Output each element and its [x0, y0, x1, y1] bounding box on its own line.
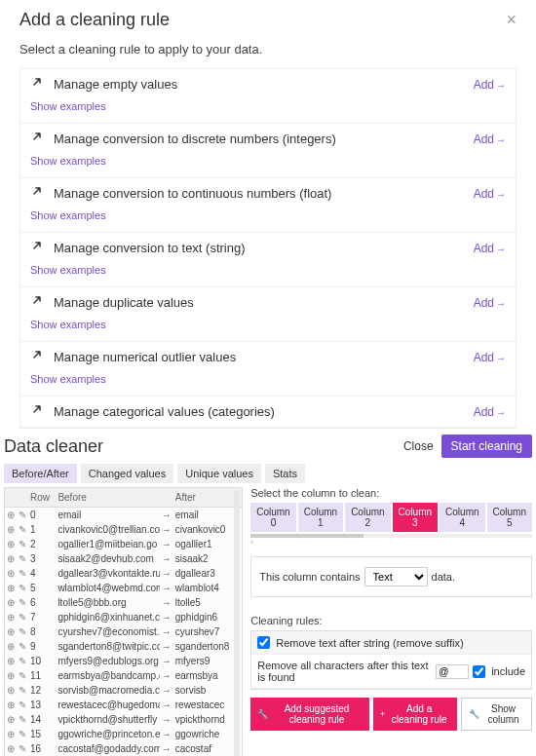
pencil-icon[interactable]: ✎ [17, 537, 28, 551]
row-number: 11 [28, 668, 56, 683]
pencil-icon[interactable]: ✎ [17, 741, 28, 756]
pencil-icon[interactable]: ✎ [17, 595, 28, 610]
magnify-icon[interactable]: ⊕ [5, 537, 17, 551]
tab-before-after[interactable]: Before/After [4, 464, 77, 483]
rule-head[interactable]: Manage duplicate valuesAdd→ [20, 287, 516, 318]
column-button-5[interactable]: Column 5 [487, 503, 532, 532]
scroll-hint[interactable]: ‹ [250, 538, 532, 547]
magnify-icon[interactable]: ⊕ [5, 683, 17, 698]
after-value: cacostaf [173, 741, 242, 756]
magnify-icon[interactable]: ⊕ [5, 639, 17, 654]
contains-type-select[interactable]: Text [364, 567, 428, 586]
pencil-icon[interactable]: ✎ [17, 551, 28, 566]
magnify-icon[interactable]: ⊕ [5, 698, 17, 712]
rule-add-link[interactable]: Add→ [474, 132, 506, 146]
expand-arrow-icon [30, 76, 44, 91]
before-value: earmsbya@bandcamp.com [56, 668, 159, 683]
row-number: 3 [28, 551, 56, 566]
before-value: email [56, 508, 159, 523]
table-row: ⊕✎0email→email [5, 508, 242, 523]
before-value: ggowriche@princeton.ed [56, 727, 159, 741]
include-checkbox[interactable] [473, 665, 485, 678]
rule-head[interactable]: Manage conversion to text (string)Add→ [20, 233, 516, 263]
rule-add-link[interactable]: Add→ [474, 351, 506, 364]
rule-remove-after-prefix: Remove all characters after this text is… [257, 660, 432, 683]
magnify-icon[interactable]: ⊕ [5, 668, 17, 683]
before-value: cacostaf@godaddy.com [56, 741, 159, 756]
pencil-icon[interactable]: ✎ [17, 522, 28, 537]
rule-title: Manage categorical values (categories) [54, 404, 474, 419]
before-after-table: Row Before After ⊕✎0email→email⊕✎1civank… [5, 488, 242, 756]
arrow-icon: → [160, 522, 173, 537]
rule-head[interactable]: Manage categorical values (categories)Ad… [20, 397, 516, 427]
magnify-icon[interactable]: ⊕ [5, 581, 17, 595]
rule-head[interactable]: Manage conversion to discrete numbers (i… [20, 124, 516, 154]
magnify-icon[interactable]: ⊕ [5, 566, 17, 581]
add-suggested-rule-button[interactable]: 🔧 Add suggested cleaning rule [250, 698, 369, 731]
pencil-icon[interactable]: ✎ [17, 668, 28, 683]
add-rule-button[interactable]: + Add a cleaning rule [373, 698, 457, 731]
rule-add-link[interactable]: Add→ [474, 187, 506, 201]
after-value: dgallear3 [173, 566, 242, 581]
row-number: 6 [28, 595, 56, 610]
column-button-1[interactable]: Column 1 [298, 503, 343, 532]
rule-add-link[interactable]: Add→ [474, 78, 506, 92]
show-examples-link[interactable]: Show examples [30, 319, 106, 330]
pencil-icon[interactable]: ✎ [17, 610, 28, 624]
show-examples-link[interactable]: Show examples [30, 264, 106, 276]
pencil-icon[interactable]: ✎ [17, 727, 28, 741]
magnify-icon[interactable]: ⊕ [5, 727, 17, 741]
arrow-icon: → [160, 624, 173, 639]
pencil-icon[interactable]: ✎ [17, 712, 28, 727]
start-cleaning-button[interactable]: Start cleaning [441, 435, 532, 458]
column-button-0[interactable]: Column 0 [250, 503, 295, 532]
magnify-icon[interactable]: ⊕ [5, 741, 17, 756]
pencil-icon[interactable]: ✎ [17, 624, 28, 639]
rule-add-link[interactable]: Add→ [474, 405, 506, 419]
column-scroll[interactable] [250, 534, 532, 538]
rule-head[interactable]: Manage empty valuesAdd→ [20, 69, 516, 99]
dialog-subtitle: Select a cleaning rule to apply to your … [19, 42, 517, 57]
rule-title: Manage conversion to discrete numbers (i… [54, 132, 474, 146]
before-value: ogallier1@miitbeian.go [56, 537, 159, 551]
magnify-icon[interactable]: ⊕ [5, 654, 17, 668]
show-examples-link[interactable]: Show examples [30, 209, 106, 221]
magnify-icon[interactable]: ⊕ [5, 522, 17, 537]
pencil-icon[interactable]: ✎ [17, 654, 28, 668]
rule-head[interactable]: Manage conversion to continuous numbers … [20, 178, 516, 208]
rule-remove-suffix-checkbox[interactable] [257, 636, 270, 649]
pencil-icon[interactable]: ✎ [17, 508, 28, 523]
column-button-4[interactable]: Column 4 [440, 503, 484, 532]
tab-changed-values[interactable]: Changed values [81, 464, 174, 483]
column-button-2[interactable]: Column 2 [345, 503, 390, 532]
pencil-icon[interactable]: ✎ [17, 639, 28, 654]
close-icon[interactable]: × [506, 10, 517, 30]
arrow-icon: → [160, 639, 173, 654]
before-value: cyurshev7@economist.co [56, 624, 159, 639]
show-column-button[interactable]: 🔧 Show column [461, 698, 532, 731]
rule-head[interactable]: Manage numerical outlier valuesAdd→ [20, 342, 516, 372]
magnify-icon[interactable]: ⊕ [5, 712, 17, 727]
pencil-icon[interactable]: ✎ [17, 581, 28, 595]
remove-after-input[interactable] [436, 664, 469, 679]
magnify-icon[interactable]: ⊕ [5, 595, 17, 610]
rule-title: Manage conversion to continuous numbers … [54, 186, 474, 201]
magnify-icon[interactable]: ⊕ [5, 610, 17, 624]
pencil-icon[interactable]: ✎ [17, 698, 28, 712]
pencil-icon[interactable]: ✎ [17, 683, 28, 698]
pencil-icon[interactable]: ✎ [17, 566, 28, 581]
rule-add-link[interactable]: Add→ [474, 296, 506, 310]
show-examples-link[interactable]: Show examples [30, 373, 106, 385]
magnify-icon[interactable]: ⊕ [5, 551, 17, 566]
show-examples-link[interactable]: Show examples [30, 155, 106, 167]
magnify-icon[interactable]: ⊕ [5, 508, 17, 523]
table-row: ⊕✎7gphidgin6@xinhuanet.co→gphidgin6 [5, 610, 242, 624]
tab-stats[interactable]: Stats [265, 464, 305, 483]
rule-add-link[interactable]: Add→ [474, 242, 506, 255]
table-row: ⊕✎3sisaak2@devhub.com→sisaak2 [5, 551, 242, 566]
magnify-icon[interactable]: ⊕ [5, 624, 17, 639]
tab-unique-values[interactable]: Unique values [177, 464, 261, 483]
column-button-3[interactable]: Column 3 [393, 503, 438, 532]
close-button[interactable]: Close [403, 439, 434, 453]
show-examples-link[interactable]: Show examples [30, 100, 106, 112]
